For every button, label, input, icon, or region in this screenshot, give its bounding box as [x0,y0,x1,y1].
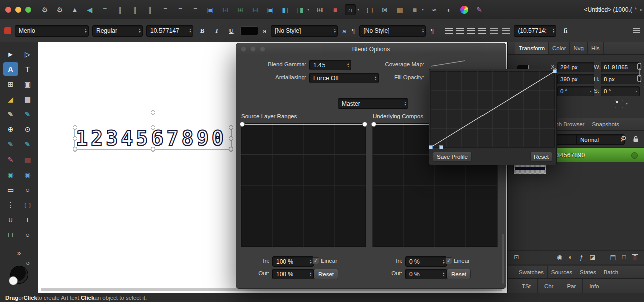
pencil-tool[interactable]: ✎ [20,107,35,121]
popover-reset-button[interactable]: Reset [530,152,552,162]
blend-gamma-combobox[interactable]: 1.45 ▴▾ [309,60,351,70]
paint-brush-tool[interactable]: ✎ [20,137,35,151]
add-to-selection-icon[interactable]: ◧ [280,4,291,15]
corner-tool[interactable]: ◢ [3,92,18,106]
pixel-brush-tool[interactable]: ✎ [3,153,18,166]
context-badge-icon[interactable] [4,27,11,34]
x-field[interactable]: 294 px [557,62,594,72]
underline-button[interactable]: U [226,26,237,36]
preview-caret-icon[interactable]: ▾ [421,4,425,15]
panel-grip[interactable] [510,282,513,290]
h-field[interactable]: 8 px [601,74,640,84]
tab-states[interactable]: States [576,266,600,278]
selection-handle[interactable] [229,147,233,152]
tab-character[interactable]: Chr [538,279,561,293]
alignment-icon[interactable]: ≡ [99,4,110,15]
leading-combobox[interactable]: (10.57714: ▴▾ [514,25,556,37]
artistic-text-object[interactable]: 1234567890 [76,127,232,149]
lasso-tool[interactable]: ∪ [3,213,18,226]
settings-gear-icon[interactable]: ⚙ [39,4,50,15]
selection-handle[interactable] [229,136,233,141]
replace-selection-icon[interactable]: ▣ [265,4,276,15]
flip-horizontal-icon[interactable]: ◀ [84,4,95,15]
share-document-icon[interactable]: ▣ [205,4,216,15]
effects-icon[interactable]: ƒ [577,253,586,262]
layer-target-combobox[interactable]: Master ▴▾ [338,98,408,109]
save-profile-button[interactable]: Save Profile [433,152,472,162]
blend-mode-combobox[interactable]: Normal ▴▾ [576,134,625,145]
underlying-in-combobox[interactable]: 0 % ▴▾ [405,256,447,267]
pen-tool[interactable]: ✎ [3,107,18,121]
tab-sources[interactable]: Sources [548,266,576,278]
snapping-magnet-icon[interactable]: ∩ [345,4,356,15]
rotation-handle[interactable] [151,110,155,115]
swap-colors-icon[interactable]: ↺ [26,261,30,266]
zoom-window-button[interactable] [25,7,31,13]
minimize-window-button[interactable] [15,7,21,13]
space-vertical-icon[interactable]: ≡ [175,4,186,15]
tab-color[interactable]: Color [549,42,570,54]
curves-profile-icon[interactable]: ≈ [429,4,440,15]
document-setup-gear-icon[interactable]: ⚙ [54,4,65,15]
artistic-text-tool[interactable]: A [3,62,18,76]
source-reset-button[interactable]: Reset [314,269,338,279]
blend-options-gear-icon[interactable]: ⚙ [621,135,627,141]
space-horizontal-icon[interactable]: ≡ [159,4,171,15]
actions-gap[interactable] [599,253,607,262]
ellipse-tool[interactable]: ○ [20,183,35,196]
tab-transform[interactable]: Transform [515,42,549,54]
insert-inside-icon[interactable]: ⊟ [250,4,261,15]
hand-tool[interactable]: ⊕ [3,122,18,136]
tab-info[interactable]: Info [583,279,606,293]
source-out-combobox[interactable]: 100 % ▴▾ [272,269,314,279]
text-color-swatch[interactable] [240,26,258,35]
toolbar-overflow-icon[interactable]: » [639,6,643,13]
underlying-out-combobox[interactable]: 0 % ▴▾ [405,269,447,279]
dialog-minimize-button[interactable] [250,46,256,52]
swatch-grid-tool[interactable]: ▦ [20,153,35,166]
frame-text-tool[interactable]: T [20,62,35,76]
new-layer-icon[interactable]: □ [619,253,629,262]
fill-color-well[interactable] [9,276,18,285]
tab-text-styles[interactable]: TSt [515,279,538,293]
shear-combobox[interactable]: 0 ° ▾ [601,86,640,96]
brush-editor-icon[interactable]: ✎ [474,4,485,15]
slice-icon[interactable]: ■ [330,4,341,15]
square-shape-tool[interactable]: □ [3,228,18,241]
tab-batch[interactable]: Batch [600,266,622,278]
transparency-tool[interactable]: ◉ [20,168,35,181]
dialog-close-button[interactable] [241,46,246,52]
contrast-icon[interactable]: ◐ [444,4,455,15]
marquee-select-tool[interactable]: ▢ [20,198,35,211]
distribute-first-icon[interactable]: ∥ [114,4,125,15]
font-family-combobox[interactable]: Menlo ▴▾ [15,25,89,37]
w-field[interactable]: 61.91865 [601,62,640,72]
mask-icon[interactable]: ◪ [588,253,597,262]
distribute-center-icon[interactable]: ∥ [129,4,140,15]
pixel-grid-icon[interactable]: ▦ [394,4,405,15]
zoom-tool[interactable]: ⊙ [20,122,35,136]
rotation-combobox[interactable]: 0 ° ▾ [557,86,594,96]
source-linear-checkbox[interactable]: ✓ [312,257,319,264]
subtract-selection-icon[interactable]: ◨ [295,4,306,15]
align-right-icon[interactable] [467,28,475,34]
typography-icon[interactable]: a [341,27,347,35]
text-object-selection[interactable]: 1234567890 [74,127,232,150]
selection-handle[interactable] [73,125,77,130]
selection-handle[interactable] [73,136,77,141]
selection-handle[interactable] [229,125,233,130]
crop-tool[interactable]: ⊞ [3,77,18,91]
dotted-capsule-tool[interactable]: ⋮ [3,198,18,211]
y-field[interactable]: 390 px [557,74,594,84]
rectangle-tool[interactable]: ▭ [3,183,18,196]
actions-spacer[interactable] [523,253,553,262]
context-menu-icon[interactable] [633,28,640,33]
align-justify-icon[interactable] [478,28,486,34]
tab-navigator[interactable]: Nvg [570,42,587,54]
fill-stroke-color-widget[interactable]: ↺ [9,263,29,285]
bold-button[interactable]: B [197,26,208,36]
character-style-combobox[interactable]: [No Style] ▴▾ [271,25,338,37]
grid-options-icon[interactable]: ⊞ [314,4,326,15]
insert-behind-icon[interactable]: ⊡ [220,4,231,15]
live-filter-icon[interactable]: ◐ [566,253,575,262]
